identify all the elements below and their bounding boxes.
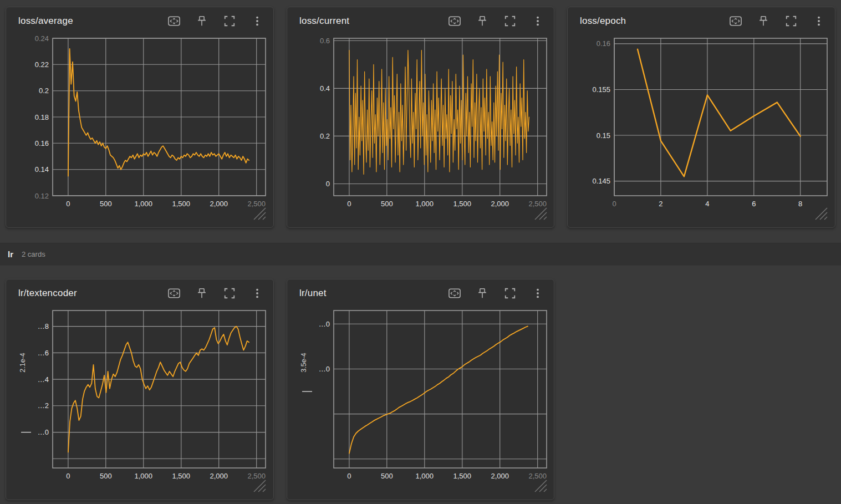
svg-text:500: 500 [100,200,112,208]
fullscreen-icon [223,287,236,299]
svg-text:500: 500 [381,472,393,480]
svg-text:2,000: 2,000 [210,472,228,480]
fullscreen-button[interactable] [784,14,798,28]
metric-card: loss/average [6,7,274,228]
resize-handle[interactable] [254,208,266,220]
resize-handle[interactable] [535,480,547,492]
resize-handle[interactable] [254,480,266,492]
fit-to-domain-icon [168,287,180,299]
metric-card: loss/current [287,7,554,228]
svg-text:2,500: 2,500 [247,472,266,480]
svg-text:0.145: 0.145 [592,177,610,185]
fullscreen-button[interactable] [503,14,517,28]
card-toolbar [434,287,544,300]
svg-text:2,500: 2,500 [247,200,266,208]
svg-text:0.18: 0.18 [35,113,49,121]
svg-text:2,500: 2,500 [528,472,547,480]
y-axis-label: 3.5e-4 [300,353,312,391]
chart-canvas[interactable]: 0.160.1550.150.14502468 [568,35,830,228]
svg-text:0.4: 0.4 [320,84,330,93]
fullscreen-button[interactable] [503,287,517,300]
svg-text:2,000: 2,000 [210,200,228,208]
card-header: loss/current [287,7,554,35]
fit-to-domain-button[interactable] [729,14,742,28]
svg-text:2,000: 2,000 [491,472,509,480]
more-options-icon [532,287,544,299]
svg-text:0.6: 0.6 [320,37,330,45]
chart-canvas[interactable]: …8…6…4…2…005001,0001,5002,0002,5002.1e-4 [6,307,269,501]
section-count: 2 cards [22,250,45,258]
svg-text:0.155: 0.155 [592,85,610,94]
series-line [349,326,528,453]
metric-card: lr/unet [287,279,554,500]
pin-button[interactable] [476,287,489,300]
svg-text:0.22: 0.22 [35,60,49,69]
card-toolbar [153,14,264,28]
svg-text:0.24: 0.24 [35,35,49,43]
section-title: lr [8,250,13,259]
series-line [68,327,249,452]
fullscreen-icon [504,287,516,299]
resize-handle[interactable] [535,208,547,220]
more-options-button[interactable] [812,14,825,28]
svg-text:6: 6 [752,200,756,208]
svg-text:3.5e-4: 3.5e-4 [300,353,308,372]
pin-button[interactable] [757,14,770,28]
more-options-icon [532,15,544,27]
svg-text:…0: …0 [319,365,330,373]
tick-labels: …0…005001,0001,5002,0002,500 [319,320,547,480]
more-options-button[interactable] [531,14,544,28]
more-options-button[interactable] [251,287,264,300]
more-options-button[interactable] [531,287,544,300]
resize-handle[interactable] [815,208,827,220]
fit-to-domain-button[interactable] [448,287,461,300]
svg-text:2,000: 2,000 [491,200,509,208]
card-header: lr/textencoder [6,279,273,307]
card-header: lr/unet [287,279,554,307]
card-toolbar [434,14,544,28]
svg-text:0: 0 [326,180,330,188]
svg-text:0.15: 0.15 [597,131,610,140]
pin-icon [196,287,208,299]
svg-text:…2: …2 [38,401,49,410]
pin-button[interactable] [476,14,489,28]
card-title: lr/unet [299,288,327,299]
chart-canvas[interactable]: …0…005001,0001,5002,0002,5003.5e-4 [287,307,550,501]
section-header-lr[interactable]: lr 2 cards [0,243,841,266]
svg-text:0.12: 0.12 [35,192,49,200]
svg-text:0.2: 0.2 [39,86,49,95]
fullscreen-button[interactable] [223,14,236,28]
fit-to-domain-button[interactable] [448,14,461,28]
card-header: loss/epoch [568,7,835,35]
pin-icon [476,15,488,27]
svg-text:0: 0 [66,472,70,480]
chart-canvas[interactable]: 0.60.40.2005001,0001,5002,0002,500 [287,35,550,228]
svg-text:1,000: 1,000 [135,200,153,208]
y-axis-label: 2.1e-4 [19,353,31,432]
svg-text:1,500: 1,500 [453,472,472,480]
svg-text:1,000: 1,000 [416,200,434,208]
more-options-button[interactable] [251,14,264,28]
gridlines [53,38,266,196]
fit-to-domain-button[interactable] [167,14,181,28]
series-line [638,49,801,176]
svg-text:0.2: 0.2 [320,132,330,140]
chart-canvas[interactable]: 0.240.220.20.180.160.140.1205001,0001,50… [6,35,269,228]
fit-to-domain-icon [168,15,180,27]
svg-text:0: 0 [347,472,351,480]
card-toolbar [153,287,264,300]
svg-text:…6: …6 [38,349,49,357]
pin-button[interactable] [195,14,208,28]
fullscreen-button[interactable] [223,287,236,300]
fit-to-domain-button[interactable] [167,287,181,300]
gridlines [334,310,547,468]
svg-text:…0: …0 [319,320,330,328]
more-options-icon [813,15,825,27]
pin-button[interactable] [195,287,208,300]
svg-text:0.14: 0.14 [35,165,49,174]
fullscreen-icon [223,15,236,27]
svg-text:500: 500 [381,200,393,208]
series-line [349,50,529,175]
svg-text:0.16: 0.16 [597,39,610,48]
card-title: loss/epoch [580,16,626,27]
